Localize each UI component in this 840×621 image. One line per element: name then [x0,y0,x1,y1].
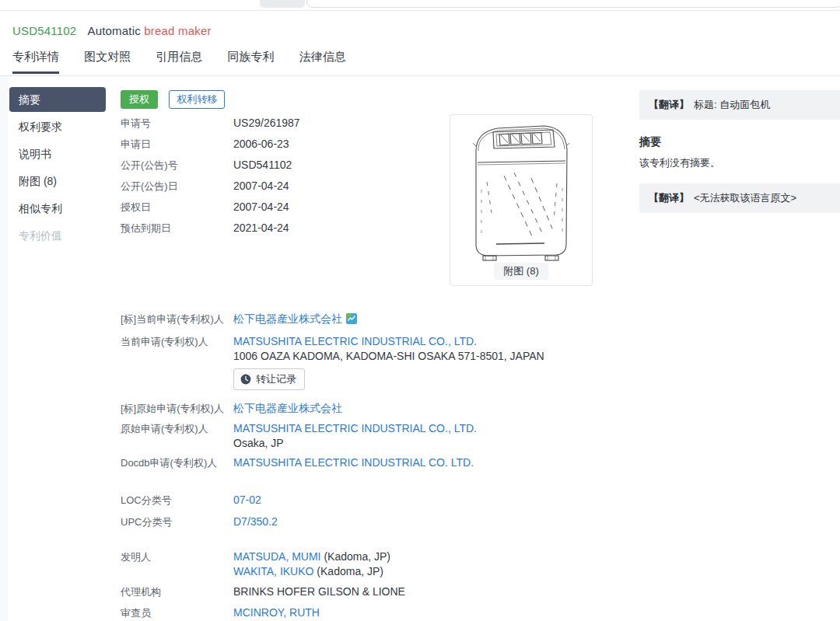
patent-number: USD541102 [12,24,76,37]
tab-citation-info[interactable]: 引用信息 [156,50,202,72]
drawing-count-pill[interactable]: 附图 (8) [494,263,548,280]
field-label: [标]原始申请(专利权)人 [121,401,233,416]
browser-address-bar-remnant[interactable] [306,0,840,8]
upc-class-link[interactable]: D7/350.2 [233,515,278,528]
patent-title-highlight: bread maker [144,24,211,37]
field-row: 申请日 2006-06-23 [121,137,447,158]
field-row-current-standard-applicant: [标]当前申请(专利权)人 松下电器産业株式会社 [121,312,556,328]
tab-patent-detail[interactable]: 专利详情 [12,50,59,74]
tab-legal-info[interactable]: 法律信息 [299,50,346,72]
field-row-docdb-applicant: Docdb申请(专利权)人 MATSUSHITA ELECTRIC INDUST… [121,455,556,470]
field-row: 授权日 2007-04-24 [121,200,447,221]
estimated-expiry-date: 2021-04-24 [233,221,289,235]
application-date: 2006-06-23 [233,137,289,152]
field-label: 申请号 [121,116,233,131]
field-label: Docdb申请(专利权)人 [121,455,233,470]
sidebar-item-similar-patents[interactable]: 相似专利 [9,196,106,221]
field-row-original-applicant: 原始申请(专利权)人 MATSUSHITA ELECTRIC INDUSTRIA… [121,421,556,451]
examiner-link[interactable]: MCINROY, RUTH [233,606,320,619]
field-label: 公开(公告)日 [121,179,233,194]
agency-name: BRINKS HOFER GILSON & LIONE [233,584,405,599]
field-row-inventors: 发明人 MATSUDA, MUMI (Kadoma, JP) WAKITA, I… [121,549,556,579]
page-title: USD541102Automatic bread maker [12,24,212,37]
translation-panel: 【翻译】标题: 自动面包机 摘要 该专利没有摘要。 【翻译】<无法获取该语言原文… [639,90,840,213]
transfer-record-button[interactable]: 转让记录 [233,368,305,390]
detail-tabbar: 专利详情 图文对照 引用信息 同族专利 法律信息 [12,50,368,74]
application-number: US29/261987 [233,116,300,131]
translated-title-text: 标题: 自动面包机 [694,99,770,110]
tab-image-text-compare[interactable]: 图文对照 [84,50,131,72]
left-gutter [0,76,8,621]
field-row: 公开(公告)号 USD541102 [121,158,447,179]
sidebar-item-abstract[interactable]: 摘要 [9,87,106,112]
patent-drawing-card[interactable]: 附图 (8) [450,114,593,286]
inventor-link[interactable]: WAKITA, IKUKO [233,565,313,577]
publication-number: USD541102 [233,158,292,173]
browser-chrome-strip [0,0,840,10]
abstract-heading: 摘要 [639,135,840,149]
publication-date: 2007-04-24 [233,179,289,194]
original-language-text: <无法获取该语言原文> [694,192,796,204]
granted-badge: 授权 [121,90,158,109]
field-label: 当前申请(专利权)人 [121,334,233,349]
field-row-agency: 代理机构 BRINKS HOFER GILSON & LIONE [121,584,556,599]
grant-date: 2007-04-24 [233,200,289,215]
sidebar-item-description[interactable]: 说明书 [9,141,106,166]
field-label: LOC分类号 [121,493,233,508]
field-row-examiner: 审查员 MCINROY, RUTH [121,605,556,620]
field-label: UPC分类号 [121,515,233,529]
rights-transfer-badge[interactable]: 权利转移 [169,90,225,109]
translated-title-box: 【翻译】标题: 自动面包机 [639,90,840,120]
field-row-current-applicant: 当前申请(专利权)人 MATSUSHITA ELECTRIC INDUSTRIA… [121,334,556,364]
bibliographic-fields: 申请号 US29/261987 申请日 2006-06-23 公开(公告)号 U… [121,116,447,242]
loc-class-link[interactable]: 07-02 [233,494,261,506]
clock-icon [240,374,251,385]
field-row: 申请号 US29/261987 [121,116,447,137]
original-applicant-address: Osaka, JP [233,437,284,449]
transfer-record-label: 转让记录 [256,372,296,386]
inventor-location: (Kadoma, JP) [321,550,390,563]
original-applicant-link[interactable]: MATSUSHITA ELECTRIC INDUSTRIAL CO., LTD. [233,422,477,434]
sidebar-item-drawings[interactable]: 附图 (8) [9,169,106,194]
abstract-text: 该专利没有摘要。 [639,156,840,170]
section-sidebar: 摘要 权利要求 说明书 附图 (8) 相似专利 专利价值 [9,87,106,250]
field-label: 授权日 [121,200,233,215]
field-label: 预估到期日 [121,221,233,235]
bread-maker-drawing [457,120,585,261]
translate-tag: 【翻译】 [649,99,689,110]
current-applicant-link[interactable]: MATSUSHITA ELECTRIC INDUSTRIAL CO., LTD. [233,335,477,347]
browser-tab-remnant[interactable] [260,0,305,8]
field-label: 代理机构 [121,584,233,599]
docdb-applicant-link[interactable]: MATSUSHITA ELECTRIC INDUSTRIAL CO. LTD. [233,456,474,469]
tabbar-divider [0,75,840,76]
field-label: 发明人 [121,549,233,564]
sidebar-item-patent-value[interactable]: 专利价值 [9,223,106,248]
inventor-link[interactable]: MATSUDA, MUMI [233,550,321,563]
patent-title-plain: Automatic [87,24,141,37]
field-label: 审查员 [121,605,233,620]
original-language-box: 【翻译】<无法获取该语言原文> [639,183,840,213]
status-badges: 授权 权利转移 [121,90,225,109]
company-trend-chart-icon[interactable] [346,313,357,328]
sidebar-item-claims[interactable]: 权利要求 [9,114,106,139]
field-row: 预估到期日 2021-04-24 [121,221,447,242]
header-divider [0,10,840,11]
original-standard-applicant-link[interactable]: 松下电器産业株式会社 [233,402,342,414]
field-label: 公开(公告)号 [121,158,233,173]
field-row-original-standard-applicant: [标]原始申请(专利权)人 松下电器産业株式会社 [121,401,556,416]
translate-tag: 【翻译】 [649,192,689,204]
current-standard-applicant-link[interactable]: 松下电器産业株式会社 [233,312,342,325]
inventor-location: (Kadoma, JP) [313,565,383,577]
current-applicant-address: 1006 OAZA KADOMA, KADOMA-SHI OSAKA 571-8… [233,350,544,362]
field-row-upc-class: UPC分类号 D7/350.2 [121,515,556,529]
field-row-loc-class: LOC分类号 07-02 [121,493,556,508]
field-row-transfer-record: 转让记录 [121,368,556,390]
field-label: 原始申请(专利权)人 [121,421,233,436]
tab-patent-family[interactable]: 同族专利 [228,50,275,72]
field-label: 申请日 [121,137,233,152]
detail-fields: [标]当前申请(专利权)人 松下电器産业株式会社 当前申请(专利权)人 MATS… [121,312,556,620]
field-row: 公开(公告)日 2007-04-24 [121,179,447,200]
field-label: [标]当前申请(专利权)人 [121,312,233,326]
